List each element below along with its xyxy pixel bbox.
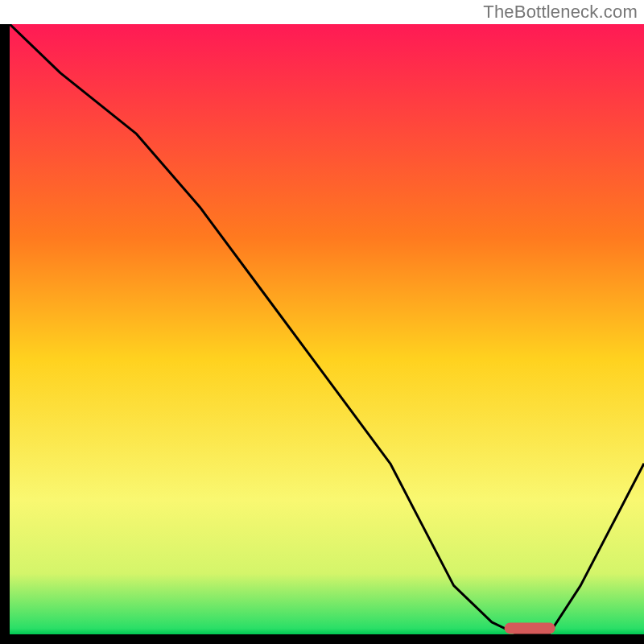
gradient-background <box>10 24 644 634</box>
chart-area <box>0 24 644 644</box>
bottleneck-chart <box>0 24 644 644</box>
y-axis <box>0 24 10 644</box>
chart-frame: TheBottleneck.com <box>0 0 644 644</box>
optimal-range-marker <box>505 622 555 634</box>
watermark-text: TheBottleneck.com <box>483 2 638 23</box>
x-axis <box>0 634 644 644</box>
